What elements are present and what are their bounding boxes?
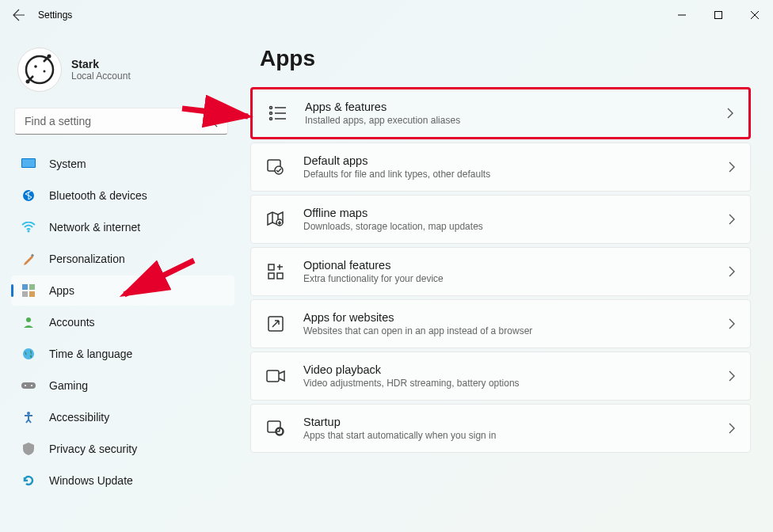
close-button[interactable] [737,2,773,28]
avatar-icon [22,52,57,87]
sidebar-item-network[interactable]: Network & internet [11,212,234,242]
svg-point-6 [48,55,51,59]
card-subtitle: Defaults for file and link types, other … [303,169,728,180]
content-area: Apps Apps & features Installed apps, app… [238,30,773,532]
sidebar-item-bluetooth[interactable]: Bluetooth & devices [11,180,234,211]
chevron-right-icon [728,318,736,329]
search-icon [206,116,218,127]
chevron-right-icon [728,423,736,434]
paint-icon [21,251,36,267]
search-box[interactable] [14,108,228,135]
sidebar-item-apps[interactable]: Apps [11,276,234,306]
sidebar-item-privacy[interactable]: Privacy & security [11,434,234,464]
svg-line-12 [214,124,217,127]
avatar [17,48,62,92]
profile-name: Stark [71,58,131,70]
nav-list: System Bluetooth & devices Network & int… [11,149,234,496]
card-subtitle: Extra functionality for your device [303,273,728,284]
nav-label: Apps [49,284,74,297]
accounts-icon [21,314,36,330]
chevron-right-icon [726,108,734,119]
sidebar: Stark Local Account System Bluetooth & d… [0,30,238,532]
svg-rect-21 [29,291,35,297]
apps-icon [21,283,36,298]
back-button[interactable] [6,2,32,28]
startup-icon [265,418,286,439]
card-title: Apps & features [305,101,726,113]
wifi-icon [21,219,36,235]
sidebar-item-gaming[interactable]: Gaming [11,370,234,401]
search-input[interactable] [25,115,206,127]
svg-point-27 [27,412,30,415]
card-title: Optional features [303,259,728,272]
svg-rect-45 [267,370,279,382]
bluetooth-icon [21,188,36,203]
svg-rect-39 [268,264,274,270]
card-title: Apps for websites [303,311,728,324]
chevron-right-icon [728,214,736,225]
page-title: Apps [260,46,751,71]
card-title: Offline maps [303,207,728,219]
sidebar-item-personalization[interactable]: Personalization [11,244,234,274]
svg-rect-14 [22,159,35,167]
svg-point-30 [270,112,272,115]
card-video-playback[interactable]: Video playback Video adjustments, HDR st… [250,352,751,401]
window-title: Settings [38,10,72,21]
sidebar-item-time[interactable]: Time & language [11,339,234,369]
chevron-right-icon [728,162,736,173]
card-subtitle: Websites that can open in an app instead… [303,325,728,336]
svg-point-22 [26,317,31,322]
nav-label: Network & internet [49,221,140,234]
card-apps-websites[interactable]: Apps for websites Websites that can open… [250,299,751,348]
svg-rect-1 [715,12,722,19]
nav-label: Time & language [49,348,132,360]
nav-label: Windows Update [49,474,133,487]
svg-point-28 [270,107,272,109]
chevron-right-icon [728,266,736,277]
sidebar-item-update[interactable]: Windows Update [11,466,234,496]
card-title: Default apps [303,154,728,167]
svg-point-9 [34,65,37,68]
card-subtitle: Downloads, storage location, map updates [303,221,728,232]
profile-section[interactable]: Stark Local Account [11,38,234,108]
svg-rect-18 [22,284,28,290]
minimize-button[interactable] [664,2,700,28]
apps-features-icon [267,103,287,124]
maps-icon [265,209,286,230]
shield-icon [21,441,36,457]
nav-label: Bluetooth & devices [49,189,147,202]
sidebar-item-accounts[interactable]: Accounts [11,307,234,337]
card-apps-features[interactable]: Apps & features Installed apps, app exec… [250,87,751,139]
maximize-icon [714,11,722,19]
close-icon [751,11,759,19]
card-startup[interactable]: Startup Apps that start automatically wh… [250,404,751,453]
gaming-icon [21,378,36,393]
svg-point-8 [26,80,30,84]
svg-point-10 [44,70,46,73]
maximize-button[interactable] [700,2,737,28]
system-icon [21,156,36,172]
svg-rect-40 [268,273,274,279]
nav-label: System [49,158,86,170]
svg-point-32 [270,118,272,120]
card-subtitle: Apps that start automatically when you s… [303,430,728,441]
card-subtitle: Video adjustments, HDR streaming, batter… [303,378,728,389]
svg-point-25 [25,385,26,386]
arrow-left-icon [13,9,25,21]
svg-point-23 [23,348,34,359]
profile-subtitle: Local Account [71,70,131,82]
card-title: Video playback [303,363,728,376]
window-controls [664,2,773,28]
svg-point-16 [28,230,30,233]
card-offline-maps[interactable]: Offline maps Downloads, storage location… [250,195,751,244]
sidebar-item-accessibility[interactable]: Accessibility [11,402,234,432]
svg-rect-41 [277,273,283,279]
globe-icon [21,346,36,362]
accessibility-icon [21,409,36,425]
video-icon [265,366,286,386]
card-default-apps[interactable]: Default apps Defaults for file and link … [250,142,751,192]
svg-rect-19 [29,284,35,290]
sidebar-item-system[interactable]: System [11,149,234,179]
card-title: Startup [303,416,728,428]
card-optional-features[interactable]: Optional features Extra functionality fo… [250,247,751,296]
